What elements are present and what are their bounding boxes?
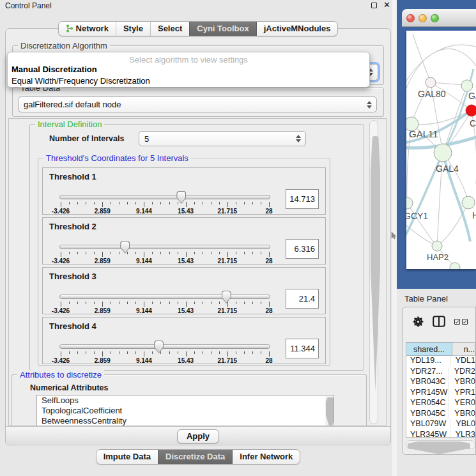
slider-track[interactable] xyxy=(59,344,270,349)
slider-ticks xyxy=(61,351,269,357)
tab-jactivemnodules[interactable]: jActiveMNodules xyxy=(256,22,338,36)
table-header-row: shared... n... xyxy=(406,342,475,356)
bottom-tab-infer-network[interactable]: Infer Network xyxy=(232,450,300,464)
threshold-slider[interactable]: -3.4262.8599.14415.4321.71528 xyxy=(59,341,270,365)
split-columns-icon[interactable] xyxy=(433,316,445,327)
cell-shared-name: YBR045C xyxy=(406,409,449,420)
network-window-titlebar[interactable] xyxy=(402,9,476,27)
threshold-panel: Threshold 3-3.4262.8599.14415.4321.71528… xyxy=(42,267,326,314)
control-panel: Control Panel ✕ Discretization Algorithm… xyxy=(0,0,396,476)
cell-shared-name: YBR043C xyxy=(406,377,449,388)
algorithm-option-equal-width[interactable]: Equal Width/Frequency Discretization xyxy=(12,76,150,86)
vertical-scrollbar[interactable] xyxy=(369,120,378,424)
network-node-label: GAL4 xyxy=(436,164,459,174)
slider-tick-labels: -3.4262.8599.14415.4321.71528 xyxy=(61,257,269,265)
threshold-value-field[interactable]: 11.344 xyxy=(286,339,319,358)
network-node-h[interactable] xyxy=(462,196,475,209)
column-header-name[interactable]: n... xyxy=(452,342,475,356)
node-table[interactable]: shared... n... YDL19...YDL1YDR27...YDR2Y… xyxy=(406,342,475,438)
table-row[interactable]: YBL079WYBL0 xyxy=(406,419,475,430)
close-traffic-light-icon[interactable] xyxy=(406,14,415,22)
cell-name: YPR1 xyxy=(449,388,475,399)
network-node-gal4[interactable] xyxy=(434,144,452,162)
horizontal-scrollbar[interactable] xyxy=(406,440,475,449)
threshold-value-field[interactable]: 6.316 xyxy=(286,239,319,259)
threshold-panel: Threshold 4-3.4262.8599.14415.4321.71528… xyxy=(42,317,326,364)
top-tabbar: NetworkStyleSelectCyni ToolboxjActiveMNo… xyxy=(0,21,396,36)
column-header-shared-name[interactable]: shared... xyxy=(406,342,452,356)
mouse-cursor xyxy=(391,232,397,240)
network-node-label: GAL11 xyxy=(409,128,438,139)
network-node-gal80[interactable] xyxy=(426,77,436,88)
close-icon[interactable]: ✕ xyxy=(383,0,390,10)
bottom-tab-label: Discretize Data xyxy=(165,452,225,461)
table-row[interactable]: YER054CYER0 xyxy=(406,398,475,409)
network-node-label: GA xyxy=(468,91,476,101)
cell-shared-name: YPR145W xyxy=(406,388,449,399)
network-icon xyxy=(66,24,73,33)
table-row[interactable]: YDR27...YDR2 xyxy=(406,367,475,378)
network-canvas[interactable]: GAL80GACGAL11GAL4GCY1HHAP2 xyxy=(406,31,476,269)
zoom-traffic-light-icon[interactable] xyxy=(431,14,439,22)
scrollbar-thumb[interactable] xyxy=(408,441,470,454)
tab-network[interactable]: Network xyxy=(59,22,116,36)
cell-name: YDL1 xyxy=(450,356,475,367)
table-data-combobox[interactable]: galFiltered.sif default node xyxy=(18,96,377,112)
network-node-hap2[interactable] xyxy=(432,241,442,251)
table-panel-title: Table Panel xyxy=(404,294,448,303)
table-row[interactable]: YLR345WYLR3 xyxy=(406,430,475,438)
cell-name: YER0 xyxy=(449,398,475,409)
checked-checkbox-icon[interactable]: ✓ xyxy=(462,319,468,325)
attribute-list-item[interactable]: TopologicalCoefficient xyxy=(37,406,334,416)
cell-name: YBL0 xyxy=(450,419,475,430)
threshold-panel: Threshold 2-3.4262.8599.14415.4321.71528… xyxy=(42,217,326,265)
thresholds-group: Threshold's Coordinates for 5 Intervals … xyxy=(38,158,330,366)
threshold-label: Threshold 1 xyxy=(49,172,96,181)
table-row[interactable]: YBR045CYBR0 xyxy=(406,409,475,420)
apply-button[interactable]: Apply xyxy=(177,429,219,443)
network-node-ga[interactable] xyxy=(461,80,473,91)
cell-name: YLR3 xyxy=(450,430,475,438)
thresholds-group-title: Threshold's Coordinates for 5 Intervals xyxy=(43,153,191,163)
slider-tick-labels: -3.4262.8599.14415.4321.71528 xyxy=(61,357,269,364)
table-row[interactable]: YPR145WYPR1 xyxy=(406,388,475,399)
attribute-list-item[interactable]: BetweennessCentrality xyxy=(37,416,334,426)
minimize-traffic-light-icon[interactable] xyxy=(418,14,427,22)
tab-select[interactable]: Select xyxy=(150,22,189,36)
threshold-value-field[interactable]: 14.713 xyxy=(286,189,319,209)
scrollbar-thumb[interactable] xyxy=(371,136,380,392)
combo-arrows-icon xyxy=(296,135,301,142)
number-of-intervals-combobox[interactable]: 5 xyxy=(139,131,306,146)
threshold-slider[interactable]: -3.4262.8599.14415.4321.71528 xyxy=(59,191,270,215)
table-row[interactable]: YDL19...YDL1 xyxy=(406,356,475,367)
bottom-tab-discretize-data[interactable]: Discretize Data xyxy=(158,450,232,464)
numerical-attributes-list[interactable]: SelfLoopsTopologicalCoefficientBetweenne… xyxy=(36,395,334,426)
network-node-gcy1[interactable] xyxy=(406,197,413,209)
threshold-slider[interactable]: -3.4262.8599.14415.4321.71528 xyxy=(59,241,270,265)
algorithm-option-manual[interactable]: Manual Discretization xyxy=(12,65,97,74)
slider-tick-labels: -3.4262.8599.14415.4321.71528 xyxy=(61,208,269,215)
tab-label: Select xyxy=(158,24,182,33)
slider-track[interactable] xyxy=(59,295,270,299)
list-scrollbar[interactable] xyxy=(325,396,333,426)
tab-style[interactable]: Style xyxy=(116,22,150,36)
interval-definition-title: Interval Definition xyxy=(35,119,104,129)
checked-checkbox-icon[interactable]: ✓ xyxy=(454,319,460,325)
network-node-c[interactable] xyxy=(466,105,476,116)
bottom-tab-label: Infer Network xyxy=(240,452,293,461)
slider-track[interactable] xyxy=(59,245,270,249)
threshold-slider[interactable]: -3.4262.8599.14415.4321.71528 xyxy=(59,291,270,315)
number-of-intervals-label: Number of Intervals xyxy=(49,134,124,143)
table-data-group: Table Data galFiltered.sif default node xyxy=(12,88,384,117)
slider-track[interactable] xyxy=(59,195,270,199)
float-window-icon[interactable] xyxy=(371,3,377,8)
bottom-tab-impute-data[interactable]: Impute Data xyxy=(96,450,158,464)
attribute-list-item[interactable]: SelfLoops xyxy=(37,395,334,406)
gear-icon[interactable] xyxy=(413,316,424,327)
network-node-label: H xyxy=(472,210,476,220)
cell-shared-name: YBL079W xyxy=(406,419,450,430)
table-row[interactable]: YBR043CYBR0 xyxy=(406,377,475,388)
control-panel-titlebar: Control Panel ✕ xyxy=(0,0,396,12)
threshold-value-field[interactable]: 21.4 xyxy=(286,289,319,309)
tab-cyni-toolbox[interactable]: Cyni Toolbox xyxy=(189,22,256,36)
